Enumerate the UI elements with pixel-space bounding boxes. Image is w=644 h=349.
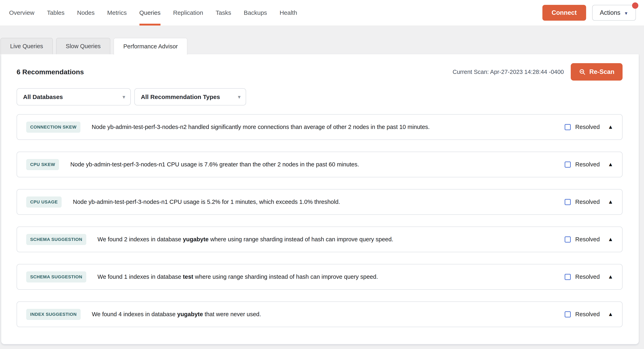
rescan-button[interactable]: Re-Scan (571, 63, 622, 80)
recommendation-type-badge: CPU SKEW (26, 159, 59, 170)
resolved-checkbox[interactable] (565, 236, 571, 242)
tab-performance-advisor[interactable]: Performance Advisor (114, 38, 188, 55)
card-controls: Resolved ▲ (565, 311, 613, 318)
card-controls: Resolved ▲ (565, 198, 613, 205)
tab-live-queries[interactable]: Live Queries (0, 38, 53, 54)
tab-slow-queries[interactable]: Slow Queries (56, 38, 110, 54)
collapse-arrow-icon[interactable]: ▲ (608, 199, 613, 205)
text-fragment: We found 2 indexes in database (98, 236, 183, 242)
card-controls: Resolved ▲ (565, 124, 613, 130)
card-controls: Resolved ▲ (565, 236, 613, 243)
top-navbar: Overview Tables Nodes Metrics Queries Re… (0, 0, 644, 26)
recommendation-text: We found 4 indexes in database yugabyte … (92, 311, 261, 318)
recommendation-type-badge: CPU USAGE (26, 196, 62, 208)
recommendation-type-badge: INDEX SUGGESTION (26, 309, 80, 320)
collapse-arrow-icon[interactable]: ▲ (608, 237, 613, 242)
recommendations-count-heading: 6 Recommendations (16, 68, 84, 76)
resolved-checkbox[interactable] (565, 124, 571, 130)
collapse-arrow-icon[interactable]: ▲ (608, 162, 613, 167)
collapse-arrow-icon[interactable]: ▲ (608, 312, 613, 317)
text-fragment: where using range sharding instead of ha… (193, 274, 378, 280)
text-fragment: We found 1 indexes in database (98, 274, 183, 280)
recommendation-card-schema-suggestion-2[interactable]: SCHEMA SUGGESTION We found 1 indexes in … (16, 264, 622, 290)
recommendation-type-badge: CONNECTION SKEW (26, 122, 80, 132)
resolved-checkbox[interactable] (565, 199, 571, 205)
recommendation-text: Node yb-admin-test-perf-3-nodes-n1 CPU u… (70, 161, 359, 168)
nav-item-queries[interactable]: Queries (133, 0, 167, 26)
recommendation-text: We found 1 indexes in database test wher… (98, 274, 378, 280)
resolved-label: Resolved (575, 198, 600, 205)
recommendation-list: CONNECTION SKEW Node yb-admin-test-perf-… (16, 114, 622, 327)
recommendation-type-badge: SCHEMA SUGGESTION (26, 272, 86, 282)
recommendation-card-index-suggestion[interactable]: INDEX SUGGESTION We found 4 indexes in d… (16, 302, 622, 327)
resolved-checkbox[interactable] (565, 274, 571, 280)
nav-item-overview[interactable]: Overview (3, 0, 41, 26)
nav-item-metrics[interactable]: Metrics (101, 0, 133, 26)
database-name: yugabyte (177, 311, 203, 318)
recommendation-text: We found 2 indexes in database yugabyte … (98, 236, 394, 243)
nav-item-health[interactable]: Health (273, 0, 304, 26)
recommendation-type-filter-dropdown[interactable]: All Recommendation Types ▾ (134, 88, 246, 106)
chevron-down-icon: ▼ (624, 10, 628, 16)
text-fragment: that were never used. (203, 311, 261, 318)
recommendation-type-filter-value: All Recommendation Types (141, 94, 220, 100)
rescan-button-label: Re-Scan (589, 68, 614, 76)
collapse-arrow-icon[interactable]: ▲ (608, 274, 613, 280)
nav-item-backups[interactable]: Backups (238, 0, 273, 26)
chevron-down-icon: ▾ (118, 94, 125, 100)
nav-item-nodes[interactable]: Nodes (71, 0, 101, 26)
chevron-down-icon: ▾ (234, 94, 240, 100)
text-fragment: Node yb-admin-test-perf-3-nodes-n1 CPU u… (70, 161, 359, 168)
text-fragment: We found 4 indexes in database (92, 311, 177, 318)
collapse-arrow-icon[interactable]: ▲ (608, 124, 613, 130)
actions-dropdown-button[interactable]: Actions ▼ (592, 5, 636, 21)
resolved-label: Resolved (575, 311, 600, 318)
current-scan-timestamp: Current Scan: Apr-27-2023 14:28:44 -0400 (452, 69, 564, 75)
resolved-label: Resolved (575, 161, 600, 168)
connect-button[interactable]: Connect (542, 5, 586, 21)
search-icon (579, 68, 586, 75)
resolved-checkbox[interactable] (565, 311, 571, 318)
text-fragment: Node yb-admin-test-perf-3-nodes-n1 CPU u… (73, 198, 340, 205)
recommendation-card-schema-suggestion-1[interactable]: SCHEMA SUGGESTION We found 2 indexes in … (16, 226, 622, 252)
performance-advisor-panel: 6 Recommendations Current Scan: Apr-27-2… (1, 54, 639, 344)
filter-row: All Databases ▾ All Recommendation Types… (16, 88, 622, 106)
actions-button-label: Actions (600, 9, 620, 16)
database-name: yugabyte (183, 236, 208, 242)
advisor-header: 6 Recommendations Current Scan: Apr-27-2… (16, 63, 622, 80)
card-controls: Resolved ▲ (565, 161, 613, 168)
resolved-checkbox[interactable] (565, 162, 571, 168)
database-filter-dropdown[interactable]: All Databases ▾ (16, 88, 131, 106)
main-nav: Overview Tables Nodes Metrics Queries Re… (3, 0, 304, 26)
card-controls: Resolved ▲ (565, 274, 613, 280)
nav-item-tasks[interactable]: Tasks (210, 0, 238, 26)
resolved-label: Resolved (575, 236, 600, 243)
scan-controls: Current Scan: Apr-27-2023 14:28:44 -0400… (452, 63, 622, 80)
text-fragment: Node yb-admin-test-perf-3-nodes-n2 handl… (92, 124, 430, 130)
database-name: test (183, 274, 193, 280)
resolved-label: Resolved (575, 274, 600, 280)
recommendation-card-connection-skew[interactable]: CONNECTION SKEW Node yb-admin-test-perf-… (16, 114, 622, 140)
resolved-label: Resolved (575, 124, 600, 130)
text-fragment: where using range sharding instead of ha… (209, 236, 393, 242)
recommendation-type-badge: SCHEMA SUGGESTION (26, 234, 86, 245)
database-filter-value: All Databases (23, 94, 63, 100)
navbar-actions: Connect Actions ▼ (542, 5, 636, 21)
nav-item-replication[interactable]: Replication (167, 0, 209, 26)
recommendation-text: Node yb-admin-test-perf-3-nodes-n1 CPU u… (73, 198, 340, 205)
recommendation-card-cpu-usage[interactable]: CPU USAGE Node yb-admin-test-perf-3-node… (16, 189, 622, 215)
queries-tabstrip: Live Queries Slow Queries Performance Ad… (0, 38, 644, 54)
recommendation-text: Node yb-admin-test-perf-3-nodes-n2 handl… (92, 124, 430, 130)
recommendation-card-cpu-skew[interactable]: CPU SKEW Node yb-admin-test-perf-3-nodes… (16, 152, 622, 177)
notification-dot (632, 2, 638, 9)
nav-item-tables[interactable]: Tables (41, 0, 71, 26)
